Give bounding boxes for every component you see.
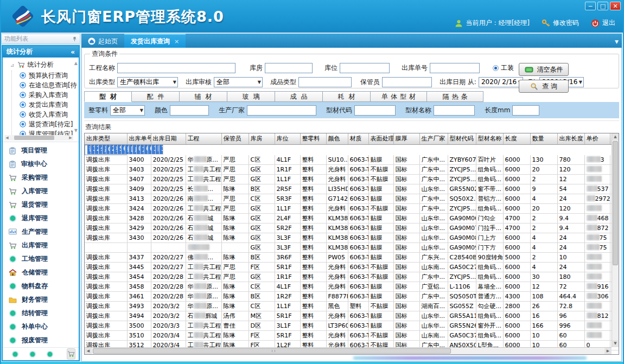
sidebar-item-15[interactable]: 报废管理 — [3, 334, 79, 347]
sidebar-item-4[interactable]: 入库管理 — [3, 184, 79, 198]
tree-scroll-up-icon[interactable]: ▲ — [74, 61, 78, 66]
tree-horizontal-scrollbar[interactable]: ◀ ▶ — [4, 135, 73, 141]
subtab-7[interactable]: 单体型材 — [371, 91, 427, 102]
order-no-input[interactable] — [430, 63, 480, 73]
audit-select[interactable]: 全部▼ — [214, 77, 263, 87]
table-row[interactable]: 调拨出库34072020/2/25工共工程严思G区1L1F整料光身料6063-T… — [85, 175, 619, 184]
sidebar-item-10[interactable]: 仓储管理 — [3, 266, 79, 279]
table-row[interactable]: 调拨出库34932020/3/2华原...陈琳C区1L1F整料黑色塑料不贴膜国标… — [85, 302, 619, 311]
sidebar-item-2[interactable]: 审核中心 — [3, 157, 79, 171]
tree-root-node[interactable]: ⊿ 统计分析 — [6, 59, 72, 71]
out-type-select[interactable]: 生产领料出库▼ — [117, 77, 178, 87]
subtab-3[interactable]: 辅材 — [180, 91, 227, 102]
radio-workwear[interactable]: 工装 — [493, 63, 514, 73]
table-row[interactable]: 调拨出库34372020/2/27佛...陈琳B区3R6F整料PW056063-… — [85, 253, 619, 263]
column-header[interactable]: 表面处理 — [368, 133, 393, 144]
grid-vertical-scrollbar[interactable]: ▲ ▼ — [612, 133, 619, 347]
factory-input[interactable] — [247, 105, 316, 116]
column-header[interactable]: 库房 — [249, 133, 275, 144]
table-row[interactable]: 调拨出库34002020/2/25华原...严思C区4L1F整料SU10...6… — [85, 155, 619, 165]
tab-close-icon[interactable]: × — [174, 38, 179, 45]
table-row[interactable]: 调拨出库33992020/2/25华原...严思C区2L1F整料SU10...6… — [85, 145, 127, 155]
column-header[interactable]: 出库日期 — [151, 133, 186, 144]
zhengling-select[interactable]: 全部▼ — [110, 105, 145, 116]
sidebar-item-14[interactable]: 补单中心 — [3, 320, 79, 334]
dot-icon[interactable] — [46, 350, 54, 358]
subtab-6[interactable]: 耗材 — [323, 91, 371, 102]
sidebar-item-11[interactable]: 物料盘存 — [3, 279, 79, 293]
tab-shipment-query[interactable]: 发货出库查询 × — [124, 34, 186, 48]
column-header[interactable]: 膜厚 — [393, 133, 419, 144]
subtab-8[interactable]: 隔热条 — [427, 91, 483, 102]
tree-item-1[interactable]: 在途信息查询[待 — [20, 80, 72, 90]
column-header[interactable]: 型材代码 — [448, 133, 476, 144]
tree-item-2[interactable]: 采购入库查询 — [20, 90, 72, 100]
subtab-4[interactable]: 玻璃 — [227, 91, 275, 102]
scroll-left-icon[interactable]: ◀ — [85, 348, 92, 354]
column-header[interactable]: 单价 — [584, 133, 610, 144]
tree-item-0[interactable]: 预算执行查询 — [20, 71, 72, 80]
keeper-input[interactable] — [382, 77, 432, 87]
subtab-1[interactable]: 型材 — [84, 91, 132, 102]
table-row[interactable]: 调拨出库34282020/2/26石城陈琳G区2L4F整料KLM38176063… — [85, 214, 619, 223]
table-row[interactable]: 调拨出库35002020/3/3工共工程曹佳D区3L1F整料LT3P606063… — [85, 321, 619, 331]
table-row[interactable]: 调拨出库34542020/2/28工共工程严思G区1R1F整料光身料6063-T… — [85, 272, 619, 282]
table-row[interactable]: 调拨出库34302020/2/26石城陈琳G区3L3F整料KLM38176063… — [85, 233, 619, 243]
column-header[interactable]: 保管员 — [221, 133, 249, 144]
sidebar-item-7[interactable]: 生产管理 — [3, 225, 79, 239]
color-input[interactable] — [170, 105, 209, 116]
table-row[interactable]: 调拨出库34032020/2/25工共工程严思G区1R1F整料光身料6063-T… — [85, 165, 619, 175]
tree-item-5[interactable]: 退货查询[待定] — [20, 119, 72, 129]
table-row[interactable]: 调拨出库34092020/2/25长...陈琳B区2R5F整料LI35HD606… — [85, 184, 619, 194]
location-input[interactable] — [340, 63, 390, 73]
product-type-input[interactable] — [298, 77, 352, 87]
sidebar-item-9[interactable]: 工地管理 — [3, 252, 79, 266]
close-button[interactable]: ✕ — [610, 2, 621, 10]
table-row[interactable]: 调拨出库34242020/2/26工共工程严思G区1L1F整料光身料6063-T… — [85, 204, 619, 214]
pin-icon[interactable] — [72, 36, 77, 42]
profile-name-input[interactable] — [434, 105, 475, 116]
column-header[interactable]: 长度 — [503, 133, 530, 144]
column-header[interactable]: 型材名称 — [476, 133, 503, 144]
scroll-right-icon[interactable]: ▶ — [604, 348, 612, 354]
tab-list-caret-icon[interactable]: ▼ — [615, 39, 619, 44]
warehouse-input[interactable] — [265, 63, 313, 73]
column-header[interactable]: 库位 — [275, 133, 300, 144]
maximize-button[interactable]: □ — [597, 2, 608, 10]
column-header[interactable]: 出库类型 — [85, 133, 127, 144]
clear-conditions-button[interactable]: 清空条件 — [519, 63, 569, 76]
table-row[interactable]: 调拨出库34452020/2/27工共工程严思F区5R1F整料光身料6063-T… — [85, 263, 619, 272]
sidebar-item-1[interactable]: 项目管理 — [3, 144, 79, 157]
column-header[interactable]: 工程 — [186, 133, 221, 144]
sidebar-item-6[interactable]: 退库管理 — [3, 212, 79, 225]
search-button[interactable]: 查 询 — [519, 80, 569, 93]
column-header[interactable]: 整零料 — [300, 133, 326, 144]
scroll-down-icon[interactable]: ▼ — [612, 340, 619, 347]
minimize-button[interactable]: ─ — [585, 2, 596, 10]
profile-code-input[interactable] — [354, 105, 396, 116]
collapse-icon[interactable]: « — [71, 48, 75, 56]
tab-home[interactable]: 起始页 — [81, 35, 124, 48]
subtab-5[interactable]: 成品 — [275, 91, 323, 102]
table-row[interactable]: 调拨出库35102020/3/4工共工程陈琳F区5R1F整料光身料6063-T5… — [85, 331, 619, 341]
column-header[interactable]: 数量 — [530, 133, 557, 144]
table-row[interactable]: 调拨出库34292020/2/26石城陈琳G区5R2F整料KLM38176063… — [85, 223, 619, 233]
change-password-link[interactable]: 修改密码 — [542, 18, 579, 28]
length-input[interactable] — [512, 105, 539, 116]
column-header[interactable]: 生产厂家 — [419, 133, 448, 144]
table-row[interactable]: 调拨出库34132020/2/26南...严思C区5R3F整料G71422606… — [85, 194, 619, 204]
date-from-picker[interactable]: 2020/ 2/16▼ — [479, 77, 523, 87]
dot-icon[interactable] — [29, 350, 36, 358]
sidebar-item-12[interactable]: 财务管理 — [3, 293, 79, 306]
column-header[interactable]: 颜色 — [326, 133, 348, 144]
column-header[interactable]: 材质 — [348, 133, 368, 144]
sidebar-item-8[interactable]: 出库管理 — [3, 239, 79, 252]
project-name-input[interactable] — [117, 63, 235, 73]
table-row[interactable]: G区3L3F整料KLM38176063-T5贴膜国标山东华...GA90M09.… — [85, 243, 619, 253]
scroll-up-icon[interactable]: ▲ — [612, 133, 619, 141]
table-row[interactable]: 调拨出库34612020/2/28华原...陈琳B区1R2F整料F8877FT6… — [85, 292, 619, 302]
grid-horizontal-scrollbar[interactable]: ◀ ▶ — [85, 347, 612, 354]
cart-toolbar-button[interactable] — [67, 348, 75, 360]
column-header[interactable]: 出库单号 — [127, 133, 151, 144]
tree-scroll-down-icon[interactable]: ▼ — [74, 128, 78, 133]
